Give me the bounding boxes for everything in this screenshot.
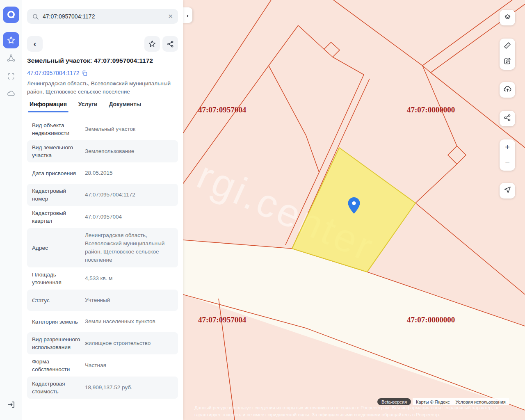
map-canvas[interactable]: rgi.center 47:07:0957004 47:07:0000000 4… [183, 0, 525, 420]
zoom-out-button[interactable]: − [500, 155, 515, 171]
table-row: Статус Учтенный [27, 290, 178, 311]
row-label: Вид земельного участка [32, 144, 80, 159]
attribution-text: Карты © Яндекс [416, 399, 450, 404]
plus-icon: + [505, 143, 510, 152]
minus-icon: − [505, 158, 510, 168]
measure-button[interactable] [500, 39, 515, 54]
upload-button[interactable] [500, 82, 515, 98]
locate-button[interactable] [500, 183, 515, 199]
quarter-label: 47:07:0000000 [407, 315, 455, 324]
back-button[interactable]: ‹ [27, 36, 43, 52]
row-label: Дата присвоения [32, 169, 80, 177]
table-row: Кадастровый квартал 47:07:0957004 [27, 206, 178, 228]
attributes-table: Вид объекта недвижимости Земельный участ… [27, 118, 178, 399]
beta-badge: Beta-версия [377, 398, 411, 405]
terms-link[interactable]: Условия использования [456, 399, 506, 404]
cadastral-number-link[interactable]: 47:07:0957004:1172 [27, 70, 88, 76]
cadastral-map-layer: rgi.center [183, 0, 525, 420]
zoom-in-button[interactable]: + [500, 139, 515, 155]
share-icon [503, 114, 511, 123]
favorite-button[interactable] [144, 36, 160, 52]
row-value: Учтенный [85, 296, 174, 304]
row-value: 4,533 кв. м [85, 274, 174, 283]
row-label: Статус [32, 297, 80, 304]
table-row: Вид земельного участка Землепользование [27, 140, 178, 162]
search-bar: ✕ [27, 9, 178, 24]
app-logo[interactable] [3, 7, 19, 23]
row-label: Вид разрешенного использования [32, 336, 80, 351]
map-attribution: Карты © Яндекс Условия использования [413, 398, 509, 405]
table-row: Дата присвоения 28.05.2015 [27, 162, 178, 184]
page-title: Земельный участок: 47:07:0957004:1172 [27, 57, 180, 64]
tab-services[interactable]: Услуги [78, 101, 98, 112]
app-sidebar [0, 0, 22, 420]
row-value: 18,909,137.52 руб. [85, 383, 174, 392]
row-label: Категория земель [32, 318, 80, 326]
locate-arrow-icon [503, 186, 511, 196]
copy-icon[interactable] [82, 70, 88, 76]
clear-search-icon[interactable]: ✕ [168, 13, 173, 20]
tab-documents[interactable]: Документы [109, 101, 141, 112]
tab-information[interactable]: Информация [30, 101, 67, 112]
row-value: Земельный участок [85, 125, 174, 133]
table-row: Вид разрешенного использования жилищное … [27, 332, 178, 354]
share-map-button[interactable] [500, 111, 515, 126]
row-label: Адрес [32, 244, 80, 252]
sidebar-item-login[interactable] [7, 400, 16, 409]
row-label: Кадастровый номер [32, 187, 80, 203]
row-value: жилищное строительство [85, 339, 174, 347]
table-row: Площадь уточненная 4,533 кв. м [27, 267, 178, 290]
share-icon [167, 40, 174, 48]
row-label: Площадь уточненная [32, 271, 80, 286]
table-row: Вид объекта недвижимости Земельный участ… [27, 118, 178, 140]
edit-icon [503, 57, 511, 67]
row-value: Землепользование [85, 147, 174, 155]
quarter-label: 47:07:0957004 [198, 105, 246, 114]
share-button[interactable] [162, 36, 178, 52]
collapse-panel-button[interactable]: ‹ [183, 7, 192, 23]
table-row: Кадастровая стоимость 18,909,137.52 руб. [27, 377, 178, 399]
row-value: 47:07:0957004 [85, 213, 174, 221]
object-address: Ленинградская область, Всеволожский муни… [27, 80, 178, 96]
row-label: Кадастровый квартал [32, 209, 80, 225]
ruler-icon [503, 41, 511, 51]
sidebar-item-select-area[interactable] [7, 72, 16, 81]
graph-nodes-icon [7, 54, 16, 63]
row-label: Вид объекта недвижимости [32, 121, 80, 137]
row-value: Земли населенных пунктов [85, 317, 174, 326]
draw-edit-button[interactable] [500, 54, 515, 70]
table-row: Адрес Ленинградская область, Всеволожски… [27, 228, 178, 267]
disclaimer-line: Данный ресурс использует сведения из отк… [194, 405, 506, 410]
row-value: Ленинградская область, Всеволожский муни… [85, 231, 174, 264]
zoom-group: + − [500, 139, 515, 171]
cadastral-number-text: 47:07:0957004:1172 [27, 70, 79, 76]
table-row: Кадастровый номер 47:07:0957004:1172 [27, 184, 178, 206]
sidebar-item-favorites[interactable] [3, 32, 19, 48]
search-input[interactable] [43, 13, 168, 20]
sidebar-item-graph[interactable] [7, 54, 16, 63]
disclaimer-line: гарантирует точность и не имеет юридичес… [194, 412, 506, 417]
row-value: Частная [85, 361, 174, 370]
star-icon [148, 40, 156, 48]
select-area-icon [7, 72, 15, 80]
layers-button[interactable] [500, 10, 515, 25]
search-icon [32, 13, 39, 20]
table-row: Категория земель Земли населенных пункто… [27, 311, 178, 332]
sidebar-item-cloud[interactable] [7, 89, 16, 98]
cloud-icon [7, 89, 16, 98]
row-value: 47:07:0957004:1172 [85, 191, 174, 199]
measure-edit-group [500, 39, 515, 70]
login-icon [7, 400, 16, 409]
tab-bar: Информация Услуги Документы [30, 101, 141, 112]
quarter-label: 47:07:0000000 [407, 105, 455, 114]
row-value: 28.05.2015 [85, 169, 174, 177]
chevron-left-icon: ‹ [187, 12, 189, 19]
cloud-upload-icon [503, 85, 512, 95]
logo-icon [6, 9, 16, 20]
row-label: Кадастровая стоимость [32, 380, 80, 395]
table-row: Форма собственности Частная [27, 354, 178, 377]
quarter-label: 47:07:0957004 [198, 315, 246, 324]
row-label: Форма собственности [32, 358, 80, 373]
chevron-left-icon: ‹ [34, 39, 36, 48]
layers-icon [503, 13, 512, 23]
